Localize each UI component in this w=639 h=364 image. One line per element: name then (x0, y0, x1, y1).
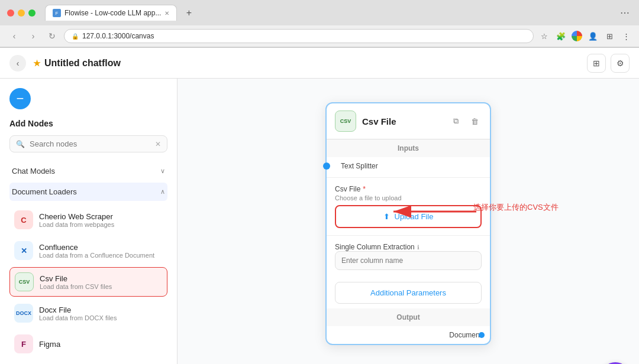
node-item-cheerio[interactable]: C Cheerio Web Scraper Load data from web… (9, 206, 167, 234)
docx-name: Docx File (39, 306, 117, 314)
cheerio-text: Cheerio Web Scraper Load data from webpa… (39, 212, 114, 228)
csv-node-card: CSV Csv File ⧉ 🗑 Inputs Text Splitter (325, 102, 491, 345)
upload-icon: ⬆ (383, 212, 390, 221)
output-section: Document (327, 326, 490, 344)
category-arrow-down: ∨ (160, 167, 165, 175)
save-button[interactable]: ⊞ (587, 54, 606, 73)
header-actions: ⊞ ⚙ (587, 54, 630, 73)
new-tab-button[interactable]: + (182, 6, 196, 20)
csv-file-field: Csv File * Choose a file to upload ⬆ Upl… (327, 180, 490, 233)
sidebar-title: Add Nodes (9, 119, 167, 128)
output-section-label: Output (327, 308, 490, 326)
docx-text: Docx File Load data from DOCX files (39, 306, 117, 321)
node-item-csv[interactable]: CSV Csv File Load data from CSV files (9, 267, 167, 297)
category-arrow-up: ∧ (160, 188, 165, 196)
csv-node-icon: CSV (335, 110, 356, 132)
document-loaders-label: Document Loaders (12, 187, 77, 196)
refresh-button[interactable]: ↻ (45, 29, 59, 43)
sidebar: − Add Nodes 🔍 ✕ Chat Models ∨ Document L… (0, 79, 178, 364)
column-name-input[interactable] (335, 251, 482, 270)
category-chat-models[interactable]: Chat Models ∨ (9, 162, 167, 180)
single-column-field: Single Column Extraction ℹ (327, 238, 490, 275)
tab-close-button[interactable]: ✕ (164, 10, 169, 17)
csv-file-label: Csv File * (335, 185, 482, 193)
figma-icon: F (14, 334, 33, 353)
browser-menu-button[interactable]: ⋯ (618, 6, 632, 20)
browser-settings-icon[interactable]: ⋮ (620, 30, 632, 42)
add-node-button[interactable]: − (9, 88, 31, 109)
cheerio-icon: C (14, 210, 33, 229)
node-item-docx[interactable]: DOCX Docx File Load data from DOCX files (9, 299, 167, 327)
apps-icon[interactable]: ⊞ (604, 30, 615, 42)
output-document-row: Document (335, 331, 482, 339)
node-card-title: Csv File (362, 116, 443, 126)
profile-icon[interactable]: 👤 (587, 30, 599, 42)
text-splitter-label: Text Splitter (341, 162, 482, 170)
address-bar[interactable]: 🔒 127.0.0.1:3000/canvas (64, 29, 534, 43)
active-tab[interactable]: F Flowise - Low-code LLM app... ✕ (45, 5, 177, 21)
required-indicator: * (363, 185, 366, 193)
star-icon: ★ (33, 58, 41, 68)
bookmark-icon[interactable]: ☆ (538, 30, 550, 42)
back-to-home-button[interactable]: ‹ (9, 55, 26, 72)
confluence-text: Confluence Load data from a Confluence D… (39, 243, 154, 259)
back-button[interactable]: ‹ (7, 29, 21, 43)
node-card-header: CSV Csv File ⧉ 🗑 (327, 103, 490, 139)
search-clear-button[interactable]: ✕ (155, 140, 161, 148)
confluence-name: Confluence (39, 243, 154, 252)
docx-desc: Load data from DOCX files (39, 314, 117, 321)
category-document-loaders[interactable]: Document Loaders ∧ (9, 183, 167, 201)
additional-params-field: Additional Parameters (327, 275, 490, 308)
tab-title: Flowise - Low-code LLM app... (64, 9, 161, 17)
search-input[interactable] (30, 139, 150, 148)
confluence-icon: ✕ (14, 241, 33, 260)
canvas[interactable]: CSV Csv File ⧉ 🗑 Inputs Text Splitter (178, 79, 639, 364)
chrome-icon (572, 31, 582, 41)
browser-titlebar: F Flowise - Low-code LLM app... ✕ + ⋯ (0, 0, 639, 25)
tab-bar: F Flowise - Low-code LLM app... ✕ + (45, 5, 613, 21)
csv-text: Csv File Load data from CSV files (40, 274, 112, 290)
node-item-confluence[interactable]: ✕ Confluence Load data from a Confluence… (9, 236, 167, 265)
upload-btn-label: Upload File (395, 212, 434, 221)
duplicate-node-button[interactable]: ⧉ (448, 114, 463, 128)
upload-file-button[interactable]: ⬆ Upload File (335, 205, 482, 228)
delete-node-button[interactable]: 🗑 (467, 114, 482, 128)
text-splitter-port[interactable] (323, 162, 330, 170)
settings-button[interactable]: ⚙ (611, 54, 630, 73)
app-layout: − Add Nodes 🔍 ✕ Chat Models ∨ Document L… (0, 79, 639, 364)
app-header: ‹ ★ Untitled chatflow ⊞ ⚙ (0, 48, 639, 79)
url-text: 127.0.0.1:3000/canvas (82, 32, 154, 40)
text-splitter-field: Text Splitter (327, 157, 490, 175)
search-box[interactable]: 🔍 ✕ (9, 135, 167, 152)
node-item-figma[interactable]: F Figma (9, 330, 167, 358)
extensions-icon[interactable]: 🧩 (555, 30, 567, 42)
browser-toolbar-icons: ☆ 🧩 👤 ⊞ ⋮ (538, 30, 632, 42)
forward-button[interactable]: › (26, 29, 40, 43)
browser-toolbar: ‹ › ↻ 🔒 127.0.0.1:3000/canvas ☆ 🧩 👤 ⊞ ⋮ (0, 25, 639, 47)
info-icon[interactable]: ℹ (417, 244, 419, 251)
figma-name: Figma (39, 340, 60, 349)
csv-file-desc: Choose a file to upload (335, 194, 482, 202)
additional-parameters-button[interactable]: Additional Parameters (335, 282, 482, 304)
confluence-desc: Load data from a Confluence Document (39, 252, 154, 259)
node-list: C Cheerio Web Scraper Load data from web… (9, 206, 167, 358)
fullscreen-traffic-light[interactable] (28, 9, 36, 17)
figma-text: Figma (39, 340, 60, 349)
search-icon: 🔍 (16, 140, 25, 148)
document-output-port[interactable] (479, 332, 485, 338)
node-card-actions: ⧉ 🗑 (448, 114, 482, 128)
single-column-label: Single Column Extraction ℹ (335, 243, 482, 251)
traffic-lights (7, 9, 36, 17)
app-title-text: Untitled chatflow (44, 58, 121, 69)
additional-params-label: Additional Parameters (370, 288, 446, 297)
lock-icon: 🔒 (72, 33, 79, 40)
cheerio-name: Cheerio Web Scraper (39, 212, 114, 221)
csv-sidebar-icon: CSV (15, 272, 34, 291)
app-title: ★ Untitled chatflow (33, 58, 121, 69)
close-traffic-light[interactable] (7, 9, 14, 17)
document-output-label: Document (449, 331, 482, 339)
chat-models-label: Chat Models (12, 167, 55, 176)
docx-icon: DOCX (14, 304, 33, 323)
minimize-traffic-light[interactable] (18, 9, 25, 17)
cheerio-desc: Load data from webpages (39, 221, 114, 228)
